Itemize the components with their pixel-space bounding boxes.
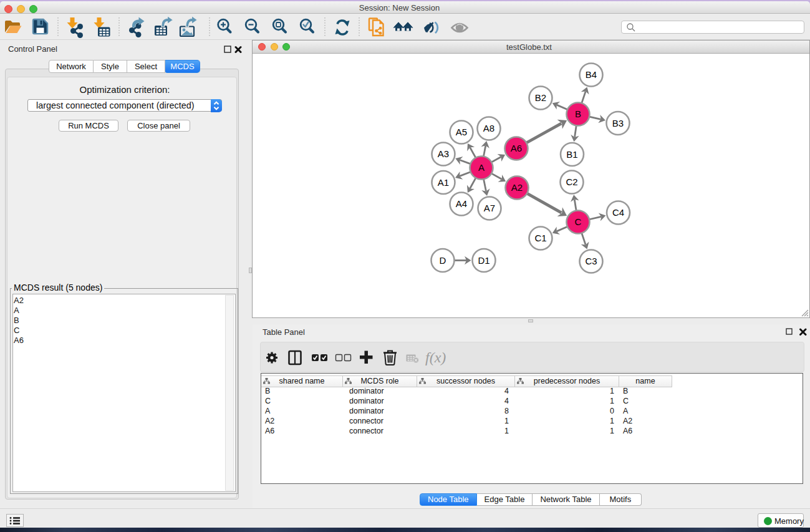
svg-text:A4: A4 [456,198,467,209]
svg-text:A: A [478,162,485,173]
svg-text:C: C [575,216,582,227]
svg-text:B1: B1 [566,149,577,160]
svg-text:A3: A3 [438,148,449,159]
svg-text:A8: A8 [483,123,494,133]
svg-text:D: D [440,255,446,266]
svg-text:A6: A6 [511,143,522,153]
svg-text:A5: A5 [456,127,467,137]
svg-text:f(x): f(x) [425,349,446,365]
svg-text:A1: A1 [438,177,449,188]
svg-text:C2: C2 [566,177,577,187]
svg-text:B4: B4 [586,69,597,80]
svg-text:B3: B3 [612,118,624,128]
svg-text:D1: D1 [478,255,489,266]
svg-text:C4: C4 [612,207,624,218]
svg-text:C1: C1 [534,233,546,243]
svg-text:B2: B2 [535,92,546,103]
svg-text:A2: A2 [511,182,523,193]
svg-text:C3: C3 [585,256,597,266]
svg-text:B: B [575,109,581,119]
svg-text:A7: A7 [484,203,495,213]
